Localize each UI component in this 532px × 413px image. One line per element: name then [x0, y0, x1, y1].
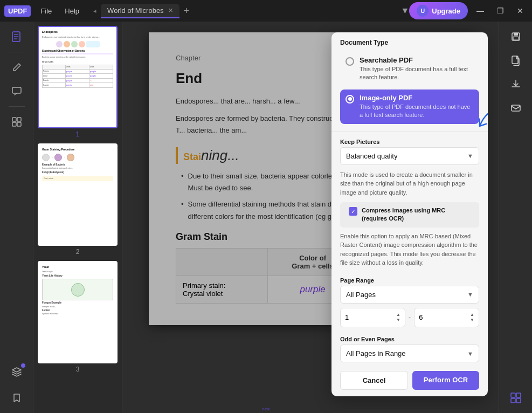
range-to-down[interactable]: ▼ — [470, 318, 474, 323]
thumbnail-1[interactable]: Endospores Endospores are bacterial stru… — [38, 26, 118, 138]
close-btn[interactable]: ✕ — [513, 4, 528, 17]
compress-checkbox-row[interactable]: ✓ Compress images using MRC (requires OC… — [340, 202, 479, 228]
thumbnail-img-1: Endospores Endospores are bacterial stru… — [38, 26, 118, 128]
svg-rect-4 — [12, 87, 21, 93]
avatar: U — [417, 5, 429, 17]
compress-checkbox[interactable]: ✓ — [349, 207, 357, 216]
doc-type-section: Document Type Searchable PDF This type o… — [331, 32, 488, 132]
range-from-up[interactable]: ▲ — [396, 312, 400, 318]
option-searchable-pdf[interactable]: Searchable PDF This type of PDF document… — [340, 52, 479, 86]
odd-even-select[interactable]: All Pages in Range ▼ — [340, 345, 479, 362]
range-to-input[interactable]: 6 ▲ ▼ — [414, 308, 479, 327]
svg-rect-16 — [511, 398, 515, 403]
doc-type-title: Document Type — [340, 39, 479, 46]
all-pages-select[interactable]: All Pages ▼ — [340, 286, 479, 304]
titlebar-right: U Upgrade — ❐ ✕ — [409, 2, 528, 19]
sidebar-divider-2 — [9, 106, 25, 107]
svg-rect-17 — [516, 398, 521, 403]
searchable-title: Searchable PDF — [360, 56, 474, 64]
perform-ocr-button[interactable]: Perform OCR — [412, 371, 479, 390]
thumbnail-panel: Endospores Endospores are bacterial stru… — [33, 22, 122, 413]
menu-file[interactable]: File — [35, 5, 57, 17]
svg-rect-6 — [17, 118, 21, 121]
titlebar: UPDF File Help ◂ World of Microbes ✕ + ▼… — [0, 0, 532, 22]
maximize-btn[interactable]: ❐ — [493, 4, 508, 17]
ocr-icon[interactable]: OCR — [505, 387, 527, 409]
cancel-button[interactable]: Cancel — [340, 371, 408, 390]
dialog-footer: Cancel Perform OCR — [331, 364, 488, 396]
range-to-value: 6 — [419, 313, 423, 321]
save-icon[interactable] — [505, 26, 527, 47]
image-only-title: Image-only PDF — [360, 94, 474, 102]
page-range-label: Page Range — [331, 273, 488, 286]
tab-world-microbes[interactable]: World of Microbes ✕ — [101, 4, 179, 18]
range-from-input[interactable]: 1 ▲ ▼ — [340, 308, 405, 327]
option-image-text: Image-only PDF This type of PDF document… — [360, 94, 474, 120]
upgrade-label: Upgrade — [432, 7, 460, 15]
ocr-dialog: Document Type Searchable PDF This type o… — [331, 32, 488, 396]
new-tab-btn[interactable]: + — [184, 5, 190, 17]
radio-inner — [348, 97, 352, 101]
compress-desc: Enable this option to apply an MRC-based… — [331, 232, 488, 273]
layers-badge — [21, 363, 25, 368]
tab-close-btn[interactable]: ✕ — [168, 7, 173, 14]
image-only-desc: This type of PDF document does not have … — [360, 103, 474, 120]
sidebar-pencil-icon[interactable] — [6, 57, 27, 78]
tab-bar: ◂ World of Microbes ✕ + ▼ — [93, 4, 409, 18]
minimize-btn[interactable]: — — [472, 4, 488, 17]
sidebar-comment-icon[interactable] — [6, 80, 27, 102]
sidebar-bookmark-icon[interactable] — [6, 387, 27, 409]
thumbnail-num-1: 1 — [76, 130, 80, 138]
svg-rect-15 — [516, 393, 521, 397]
thumbnail-img-2: Gram Staining Procedure → → Example of B… — [38, 143, 118, 246]
range-to-up[interactable]: ▲ — [470, 312, 474, 318]
odd-even-dropdown-icon: ▼ — [467, 350, 473, 357]
upgrade-button[interactable]: U Upgrade — [409, 2, 468, 19]
tab-pin: ◂ — [93, 8, 96, 15]
tab-label: World of Microbes — [107, 6, 164, 15]
menu-help[interactable]: Help — [59, 5, 85, 17]
main-area: Endospores Endospores are bacterial stru… — [0, 22, 532, 413]
all-pages-value: All Pages — [346, 291, 376, 299]
sidebar-pages-icon[interactable] — [6, 26, 27, 47]
svg-rect-8 — [17, 122, 21, 126]
thumbnail-img-3: Yeast Yeast life cycle... Yeast Life His… — [38, 261, 118, 363]
sidebar-layers-icon[interactable] — [6, 361, 27, 383]
email-icon[interactable] — [505, 97, 527, 119]
svg-rect-11 — [513, 37, 519, 40]
svg-rect-5 — [12, 118, 16, 121]
sidebar-divider-1 — [9, 52, 25, 52]
thumbnail-2[interactable]: Gram Staining Procedure → → Example of B… — [38, 143, 118, 256]
pdf-icon[interactable] — [505, 50, 527, 71]
svg-rect-7 — [12, 122, 16, 126]
thumbnail-num-3: 3 — [76, 366, 80, 373]
searchable-desc: This type of PDF document has a full tex… — [360, 65, 474, 82]
odd-even-value: All Pages in Range — [346, 349, 406, 357]
tab-dropdown-btn[interactable]: ▼ — [400, 6, 409, 16]
sidebar-grid-icon[interactable] — [6, 111, 27, 133]
range-from-value: 1 — [345, 313, 349, 321]
menu-bar: File Help — [35, 5, 85, 17]
option-image-only-pdf[interactable]: Image-only PDF This type of PDF document… — [340, 90, 479, 124]
range-from-stepper[interactable]: ▲ ▼ — [396, 312, 400, 323]
svg-rect-10 — [514, 33, 518, 36]
right-sidebar: OCR — [499, 22, 532, 413]
quality-dropdown-icon: ▼ — [467, 153, 473, 159]
range-separator: - — [409, 313, 411, 321]
keep-pictures-label: Keep Pictures — [331, 134, 488, 147]
option-searchable-text: Searchable PDF This type of PDF document… — [360, 56, 474, 82]
radio-image-only — [346, 95, 354, 104]
download-icon[interactable] — [505, 73, 527, 95]
range-row: 1 ▲ ▼ - 6 ▲ ▼ — [331, 306, 488, 332]
quality-value: Balanced quality — [346, 152, 397, 160]
quality-desc: This mode is used to create a document s… — [331, 167, 488, 203]
range-from-down[interactable]: ▼ — [396, 318, 400, 323]
doc-area[interactable]: Chapter End Endospores... that are... ha… — [122, 22, 499, 413]
quality-select[interactable]: Balanced quality ▼ — [340, 147, 479, 165]
odd-even-label: Odd or Even Pages — [331, 332, 488, 345]
range-to-stepper[interactable]: ▲ ▼ — [470, 312, 474, 323]
dialog-overlay: Document Type Searchable PDF This type o… — [122, 22, 499, 413]
thumbnail-3[interactable]: Yeast Yeast life cycle... Yeast Life His… — [38, 261, 118, 373]
compress-label: Compress images using MRC (requires OCR) — [362, 206, 471, 223]
thumbnail-num-2: 2 — [76, 248, 80, 256]
